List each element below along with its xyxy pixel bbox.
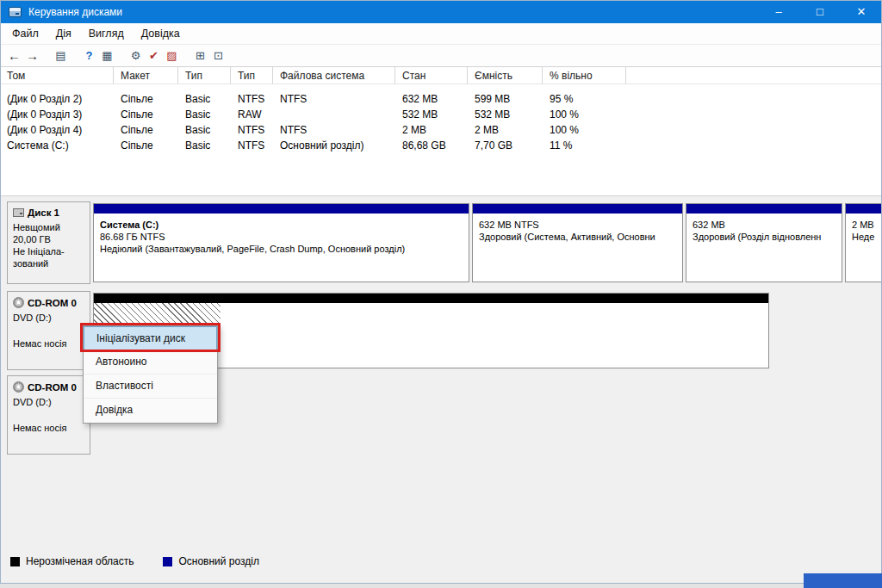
cdrom2-drive: DVD (D:) <box>13 396 87 408</box>
cell-capacity: 632 MB <box>395 93 468 105</box>
commit-icon[interactable]: ✔ <box>145 47 163 65</box>
bottom-pane-icon[interactable]: ⊡ <box>209 47 227 65</box>
column-header-type2[interactable]: Тип <box>231 67 273 84</box>
selected-hatch-area <box>94 303 220 325</box>
volume-list-header: Том Макет Тип Тип Файлова система Стан Є… <box>0 67 882 84</box>
column-header-filesystem[interactable]: Файлова система <box>273 67 395 84</box>
column-header-capacity[interactable]: Ємність <box>468 67 543 84</box>
cell-free: 2 MB <box>468 124 543 136</box>
cell-percent-free: 100 % <box>543 108 626 121</box>
menu-help[interactable]: Довідка <box>133 28 189 40</box>
legend: Нерозміченая область Основний розділ <box>10 555 259 567</box>
legend-primary-partition: Основний розділ <box>163 555 259 567</box>
menu-file[interactable]: Файл <box>3 28 47 40</box>
cell-fs: NTFS <box>231 93 273 105</box>
column-header-volume[interactable]: Том <box>0 67 114 84</box>
cell-free: 532 MB <box>468 108 543 121</box>
cdrom1-panel[interactable]: CD-ROM 0 DVD (D:) Немас носія <box>7 291 90 370</box>
legend-label: Нерозміченая область <box>26 555 134 567</box>
partition-632mb-ntfs[interactable]: 632 MB NTFS Здоровий (Система, Активний,… <box>472 203 683 282</box>
volume-list: Том Макет Тип Тип Файлова система Стан Є… <box>0 67 882 196</box>
primary-partition-bar <box>686 204 842 214</box>
cdrom1-name: CD-ROM 0 <box>28 298 77 308</box>
table-row[interactable]: (Дик 0 Розділ 2) Сіпьле Basic NTFS NTFS … <box>0 91 882 107</box>
column-header-percent-free[interactable]: % вільно <box>543 67 626 84</box>
cell-type: Basic <box>178 139 231 152</box>
menu-item-help[interactable]: Довідка <box>84 399 217 423</box>
column-header-type[interactable]: Тип <box>178 67 231 84</box>
cell-fs: NTFS <box>231 139 273 152</box>
cdrom2-media-status: Немас носія <box>13 422 87 434</box>
menu-bar: Файл Дія Вигляд Довідка <box>0 23 882 45</box>
tree-view-icon[interactable]: ▤ <box>52 47 70 65</box>
cdrom-icon <box>13 381 24 393</box>
cell-status: Основний розділ) <box>273 139 395 152</box>
cell-layout: Сіпьле <box>114 93 178 105</box>
desktop-corner <box>804 573 882 588</box>
disk1-detail: зований <box>13 257 87 269</box>
cdrom1-media-status: Немас носія <box>13 337 87 350</box>
bottom-strip <box>0 584 882 588</box>
disk1-detail: Не Ініціала- <box>13 245 87 257</box>
context-menu: Ініціалізувати диск Автоноино Властивост… <box>83 325 218 424</box>
primary-partition-bar <box>846 204 882 214</box>
toolbar: ← → ▤ ? ▦ ⚙ ✔ ▨ ⊞ ⊡ <box>0 45 882 67</box>
close-button[interactable]: ✕ <box>841 0 882 23</box>
disk-icon <box>13 208 24 217</box>
cell-layout: Сіпьле <box>114 108 178 121</box>
window-title: Керування дисками <box>28 6 122 18</box>
app-icon <box>9 7 22 17</box>
cell-free: 7,70 GB <box>468 139 543 152</box>
primary-partition-bar <box>94 204 469 214</box>
cell-fs: NTFS <box>231 124 273 136</box>
partition-title: Система (C:) <box>100 219 463 231</box>
partition-2mb[interactable]: 2 MB Неде <box>845 203 882 282</box>
cell-fs: RAW <box>231 108 273 121</box>
unallocated-bar <box>94 294 768 303</box>
cdrom-icon <box>13 297 24 308</box>
menu-item-offline[interactable]: Автоноино <box>84 350 217 374</box>
cell-volume: (Дик 0 Розділ 4) <box>0 124 114 136</box>
title-bar: Керування дисками – □ ✕ <box>0 0 882 23</box>
maximize-button[interactable]: □ <box>799 0 841 23</box>
window-controls: – □ ✕ <box>758 0 882 23</box>
primary-partition-swatch <box>163 557 172 566</box>
disk-management-window: Керування дисками – □ ✕ Файл Дія Вигляд … <box>0 0 882 588</box>
cell-capacity: 2 MB <box>395 124 468 136</box>
actions-icon[interactable]: ⚙ <box>127 47 145 65</box>
cell-percent-free: 11 % <box>543 139 626 152</box>
cdrom2-name: CD-ROM 0 <box>28 382 77 393</box>
cdrom2-panel[interactable]: CD-ROM 0 DVD (D:) Немас носія <box>7 375 90 455</box>
minimize-button[interactable]: – <box>758 0 799 23</box>
column-header-layout[interactable]: Макет <box>114 67 178 84</box>
table-row[interactable]: (Дик 0 Розділ 3) Сіпьле Basic RAW 532 MB… <box>0 107 882 122</box>
top-pane-icon[interactable]: ⊞ <box>191 47 209 65</box>
cell-capacity: 86,68 GB <box>395 139 468 152</box>
legend-unallocated: Нерозміченая область <box>10 555 134 567</box>
partition-size: 632 MB <box>693 219 836 231</box>
menu-item-properties[interactable]: Властивості <box>84 374 217 399</box>
disk1-row: Диск 1 Невщомий 20,00 ГВ Не Ініціала- зо… <box>7 201 882 284</box>
cell-percent-free: 100 % <box>543 124 626 136</box>
partition-system-c[interactable]: Система (C:) 86.68 ГБ NTFS Недіюлий (Зав… <box>93 203 469 282</box>
cell-type: Basic <box>178 108 231 121</box>
column-header-status[interactable]: Стан <box>395 67 468 84</box>
table-row[interactable]: Система (C:) Сіпьле Basic NTFS Основний … <box>0 138 882 153</box>
menu-action[interactable]: Дія <box>47 28 80 40</box>
forward-icon[interactable]: → <box>23 47 41 65</box>
graph-view-icon[interactable]: ▨ <box>163 47 181 65</box>
partition-632mb-recovery[interactable]: 632 MB Здоровий (Розділ відновленн <box>686 203 842 282</box>
cell-type: Basic <box>178 93 231 105</box>
cell-capacity: 532 MB <box>395 108 468 121</box>
cell-status: NTFS <box>273 93 395 105</box>
primary-partition-bar <box>473 204 682 214</box>
disk1-panel[interactable]: Диск 1 Невщомий 20,00 ГВ Не Ініціала- зо… <box>7 201 90 284</box>
back-icon[interactable]: ← <box>5 47 23 65</box>
menu-item-initialize-disk[interactable]: Ініціалізувати диск <box>84 326 217 350</box>
help-icon[interactable]: ? <box>80 47 98 65</box>
disk1-detail: Невщомий <box>13 221 87 233</box>
menu-view[interactable]: Вигляд <box>80 28 133 40</box>
disk1-detail: 20,00 ГВ <box>13 233 87 245</box>
details-view-icon[interactable]: ▦ <box>98 47 116 65</box>
table-row[interactable]: (Дик 0 Розділ 4) Сіпьле Basic NTFS NTFS … <box>0 122 882 138</box>
